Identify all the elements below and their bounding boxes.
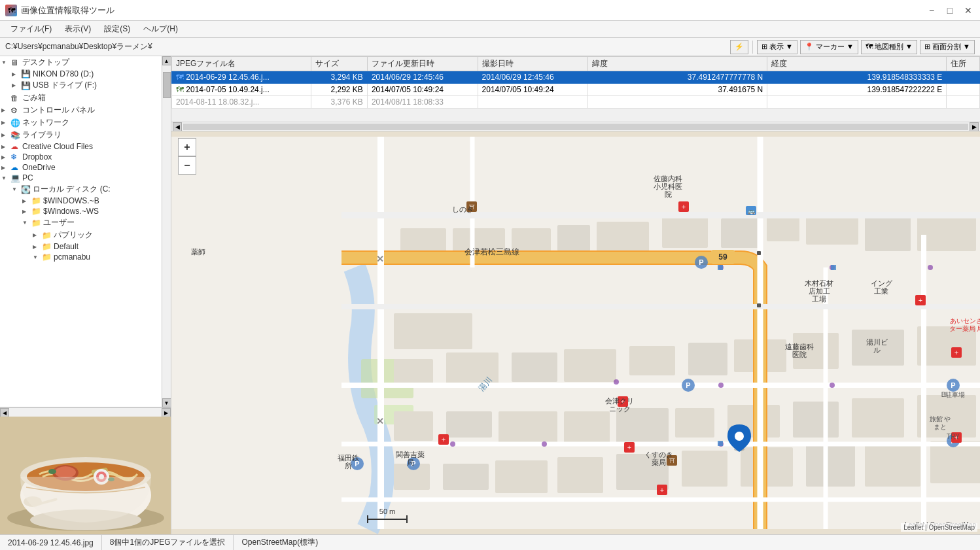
table-scroll-right[interactable]: ▶ <box>970 122 979 131</box>
tree-item[interactable]: ▶💾USB ドライブ (F:) <box>0 79 162 92</box>
svg-text:+: + <box>954 349 958 356</box>
titlebar-controls: − □ ✕ <box>925 4 975 17</box>
table-row[interactable]: 🗺 2014-06-29 12.45.46.j... 3,294 KB 2014… <box>172 71 980 84</box>
tree-item[interactable]: ▼💻PC <box>0 173 162 183</box>
svg-text:P: P <box>686 381 690 389</box>
svg-text:店加工: 店加工 <box>809 287 830 295</box>
menu-file[interactable]: ファイル(F) <box>5 22 57 36</box>
svg-text:TRY: TRY <box>947 433 960 440</box>
app-icon: 🗺 <box>5 5 17 16</box>
tree-item[interactable]: ▶💾NIKON D780 (D:) <box>0 69 162 79</box>
svg-rect-36 <box>688 343 727 375</box>
table-scroll-track <box>183 124 968 130</box>
maximize-button[interactable]: □ <box>943 4 956 17</box>
scroll-up-btn[interactable]: ▲ <box>162 56 171 65</box>
svg-rect-29 <box>865 215 911 251</box>
cell-lon: 139.918548333333 E <box>767 71 947 84</box>
titlebar: 🗺 画像位置情報取得ツール − □ ✕ <box>0 0 980 21</box>
map-area[interactable]: 59 <box>171 131 980 534</box>
maptype-button[interactable]: 🗺 地図種別 ▼ <box>861 40 917 54</box>
svg-text:+: + <box>627 443 631 451</box>
col-header-lon[interactable]: 経度 <box>767 57 947 71</box>
menu-settings[interactable]: 設定(S) <box>99 22 135 36</box>
svg-rect-25 <box>662 215 708 248</box>
cell-filename: 🗺 2014-06-29 12.45.46.j... <box>172 71 311 84</box>
svg-text:ル: ル <box>873 346 881 354</box>
col-header-lat[interactable]: 緯度 <box>588 57 767 71</box>
svg-point-6 <box>55 466 76 478</box>
file-table-scroll[interactable]: JPEGファイル名 サイズ ファイル更新日時 撮影日時 緯度 経度 住所 🗺 2… <box>171 56 980 122</box>
menubar: ファイル(F) 表示(V) 設定(S) ヘルプ(H) <box>0 21 980 38</box>
tree-item[interactable]: ▼📁ユーザー <box>0 216 162 229</box>
col-header-modified[interactable]: ファイル更新日時 <box>367 57 478 71</box>
svg-point-153 <box>735 432 744 441</box>
table-scroll-left[interactable]: ◀ <box>173 122 182 131</box>
col-header-size[interactable]: サイズ <box>311 57 367 71</box>
zoom-in-button[interactable]: + <box>178 138 196 156</box>
cell-address <box>947 96 980 109</box>
marker-button[interactable]: 📍 マーカー ▼ <box>800 40 858 54</box>
svg-rect-59 <box>806 444 855 487</box>
scroll-down-btn[interactable]: ▼ <box>162 398 171 407</box>
display-button[interactable]: ⊞ 表示 ▼ <box>757 40 797 54</box>
svg-text:🚌: 🚌 <box>748 207 756 215</box>
hscroll-right-btn[interactable]: ▶ <box>162 408 171 417</box>
tree-scrollbar[interactable]: ▲ ▼ <box>162 56 171 407</box>
svg-point-159 <box>450 441 455 447</box>
menu-view[interactable]: 表示(V) <box>60 22 96 36</box>
file-table-area: JPEGファイル名 サイズ ファイル更新日時 撮影日時 緯度 経度 住所 🗺 2… <box>171 56 980 131</box>
cell-taken <box>478 96 588 109</box>
cell-size: 3,294 KB <box>311 71 367 84</box>
file-table: JPEGファイル名 サイズ ファイル更新日時 撮影日時 緯度 経度 住所 🗺 2… <box>171 56 980 109</box>
hscroll-left-btn[interactable]: ◀ <box>0 408 9 417</box>
svg-rect-164 <box>831 265 836 270</box>
app-title: 画像位置情報取得ツール <box>21 5 114 16</box>
status-selection: 8個中1個のJPEGファイルを選択 <box>102 535 234 550</box>
tree-item[interactable]: ▶⚙コントロール パネル <box>0 104 162 116</box>
table-row[interactable]: 2014-08-11 18.08.32.j... 3,376 KB 2014/0… <box>172 96 980 109</box>
minimize-button[interactable]: − <box>925 4 938 17</box>
refresh-button[interactable]: ⚡ <box>730 40 748 54</box>
svg-rect-61 <box>930 441 980 483</box>
svg-text:+: + <box>442 436 446 443</box>
tree-item[interactable]: ▶📁パブリック <box>0 229 162 241</box>
svg-rect-55 <box>557 457 603 493</box>
svg-point-155 <box>718 383 724 388</box>
split-button[interactable]: ⊞ 画面分割 ▼ <box>920 40 975 54</box>
tree-item[interactable]: ▼🖥デスクトップ <box>0 56 162 69</box>
svg-text:イング: イング <box>871 279 893 287</box>
tree-item[interactable]: ▶📚ライブラリ <box>0 129 162 141</box>
tree-item[interactable]: ▶📁$Windows.~WS <box>0 206 162 216</box>
tree-item[interactable]: ▶🌐ネットワーク <box>0 116 162 129</box>
tree-item[interactable]: 🗑ごみ箱 <box>0 92 162 104</box>
file-tree[interactable]: ▼🖥デスクトップ▶💾NIKON D780 (D:)▶💾USB ドライブ (F:)… <box>0 56 162 407</box>
svg-text:薬局: 薬局 <box>652 458 666 466</box>
statusbar: 2014-06-29 12.45.46.jpg 8個中1個のJPEGファイルを選… <box>0 534 980 550</box>
tree-item[interactable]: ▶📁$WINDOWS.~B <box>0 196 162 206</box>
map-zoom-controls: + − <box>178 138 196 175</box>
close-button[interactable]: ✕ <box>962 4 975 17</box>
tree-item[interactable]: ▼💽ローカル ディスク (C: <box>0 183 162 196</box>
svg-text:ニック: ニック <box>609 405 631 413</box>
tree-item[interactable]: ▶❄Dropbox <box>0 152 162 162</box>
svg-point-11 <box>48 469 56 474</box>
col-header-taken[interactable]: 撮影日時 <box>478 57 588 71</box>
tree-item[interactable]: ▶☁Creative Cloud Files <box>0 141 162 152</box>
svg-text:+: + <box>660 486 664 494</box>
table-hscroll[interactable]: ◀ ▶ <box>171 122 980 131</box>
cell-modified: 2014/06/29 12:45:46 <box>367 71 478 84</box>
address-path: C:¥Users¥pcmanabu¥Desktop¥ラーメン¥ <box>5 41 725 52</box>
cell-filename: 🗺 2014-07-05 10.49.24.j... <box>172 84 311 96</box>
tree-item[interactable]: ▶☁OneDrive <box>0 162 162 173</box>
table-row[interactable]: 🗺 2014-07-05 10.49.24.j... 2,292 KB 2014… <box>172 84 980 96</box>
tree-item[interactable]: ▶📁Default <box>0 241 162 252</box>
svg-text:しのき: しのき <box>452 205 474 213</box>
cell-lon: 139.918547222222 E <box>767 84 947 96</box>
col-header-address[interactable]: 住所 <box>947 57 980 71</box>
scroll-thumb[interactable] <box>163 72 171 98</box>
zoom-out-button[interactable]: − <box>178 156 196 175</box>
tree-item[interactable]: ▼📁pcmanabu <box>0 252 162 262</box>
menu-help[interactable]: ヘルプ(H) <box>138 22 183 36</box>
col-header-filename[interactable]: JPEGファイル名 <box>172 57 311 71</box>
svg-rect-49 <box>852 398 904 438</box>
